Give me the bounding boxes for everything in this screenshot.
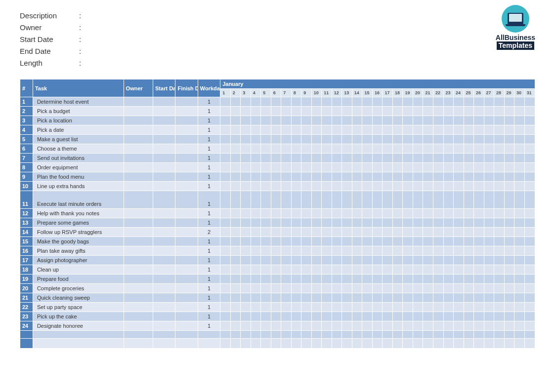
cell-day (261, 125, 271, 135)
cell-day (230, 256, 241, 265)
th-day: 5 (261, 89, 271, 97)
cell-day (322, 274, 332, 284)
cell-num: 7 (20, 154, 33, 163)
cell-day (484, 274, 494, 284)
cell-day (423, 293, 433, 303)
cell-day (241, 228, 251, 237)
cell-day (220, 97, 231, 107)
cell-day (372, 172, 383, 182)
cell-day (433, 135, 443, 144)
cell-day (474, 97, 484, 107)
cell-finish (175, 182, 198, 191)
th-day: 15 (362, 89, 373, 97)
cell-day (454, 237, 464, 246)
cell-day (271, 274, 281, 284)
cell-task: Make a guest list (33, 135, 124, 144)
cell-day (494, 116, 505, 125)
cell-day (332, 154, 342, 163)
cell-owner (124, 116, 153, 125)
cell-day (332, 256, 342, 265)
cell-day (281, 274, 292, 284)
cell-day (362, 172, 373, 182)
cell-task: Follow up RSVP stragglers (33, 228, 124, 237)
cell-workdays: 1 (198, 116, 220, 125)
cell-day (332, 107, 342, 116)
meta-row-description: Description : (20, 10, 81, 22)
cell-task: Execute last minute orders (33, 191, 124, 209)
cell-day (494, 107, 505, 116)
cell-day (230, 321, 241, 331)
cell-day (484, 125, 494, 135)
table-row: 19Prepare food1 (20, 274, 535, 284)
cell-day (291, 97, 301, 107)
cell-day (423, 339, 433, 349)
cell-day (413, 107, 423, 116)
cell-day (413, 172, 423, 182)
table-row: 16Plan take away gifts1 (20, 246, 535, 256)
cell-task: Pick a location (33, 116, 124, 125)
cell-day (311, 144, 322, 154)
cell-day (372, 182, 383, 191)
cell-workdays: 1 (198, 154, 220, 163)
cell-day (514, 135, 525, 144)
cell-day (301, 339, 312, 349)
cell-day (524, 107, 535, 116)
cell-day (261, 312, 271, 321)
cell-day (301, 284, 312, 293)
cell-day (464, 107, 474, 116)
cell-day (403, 172, 413, 182)
meta-row-enddate: End Date : (20, 45, 81, 57)
cell-day (271, 293, 281, 303)
cell-day (383, 116, 393, 125)
cell-day (392, 237, 403, 246)
meta-row-owner: Owner : (20, 22, 81, 34)
cell-num: 12 (20, 209, 33, 218)
cell-day (443, 107, 454, 116)
cell-day (291, 163, 301, 172)
cell-day (423, 312, 433, 321)
cell-start (153, 293, 175, 303)
cell-day (392, 116, 403, 125)
cell-day (372, 218, 383, 228)
cell-day (474, 284, 484, 293)
cell-finish (175, 107, 198, 116)
cell-day (281, 144, 292, 154)
cell-day (403, 303, 413, 312)
cell-day (301, 182, 312, 191)
cell-day (311, 321, 322, 331)
cell-owner (124, 321, 153, 331)
cell-day (332, 182, 342, 191)
cell-day (342, 256, 352, 265)
cell-day (413, 274, 423, 284)
logo-text-2: Templates (497, 41, 534, 50)
cell-day (433, 209, 443, 218)
cell-day (403, 218, 413, 228)
th-day: 3 (241, 89, 251, 97)
cell-day (332, 246, 342, 256)
cell-day (524, 293, 535, 303)
cell-day (251, 125, 261, 135)
cell-workdays: 1 (198, 284, 220, 293)
cell-day (423, 228, 433, 237)
cell-day (413, 97, 423, 107)
cell-task: Assign photographer (33, 256, 124, 265)
cell-day (464, 116, 474, 125)
cell-day (352, 135, 362, 144)
cell-day (271, 97, 281, 107)
cell-day (524, 125, 535, 135)
th-day: 16 (372, 89, 383, 97)
cell-start (153, 107, 175, 116)
cell-day (342, 246, 352, 256)
cell-day (443, 312, 454, 321)
cell-day (423, 274, 433, 284)
cell-day (261, 172, 271, 182)
cell-day (322, 228, 332, 237)
cell-day (454, 321, 464, 331)
cell-day (230, 293, 241, 303)
cell-day (352, 293, 362, 303)
cell-day (392, 312, 403, 321)
cell-day (241, 339, 251, 349)
cell-owner (124, 228, 153, 237)
cell-day (433, 163, 443, 172)
cell-day (342, 209, 352, 218)
